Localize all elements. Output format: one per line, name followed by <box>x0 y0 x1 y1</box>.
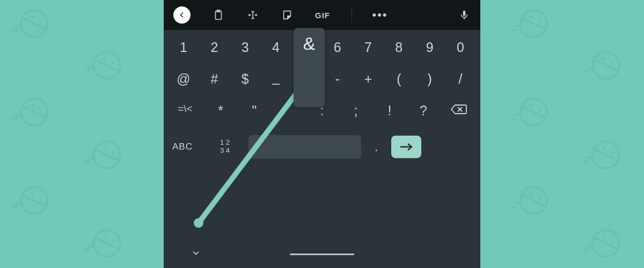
key-minus[interactable]: - <box>324 71 351 87</box>
svg-point-57 <box>610 151 614 155</box>
key-rparen[interactable]: ) <box>416 71 443 87</box>
key-popup: & <box>294 28 325 107</box>
svg-point-63 <box>538 196 542 200</box>
key-2[interactable]: 2 <box>201 40 228 55</box>
key-spacebar[interactable] <box>248 135 361 159</box>
sticker-icon <box>281 9 293 21</box>
key-enter[interactable] <box>391 136 421 158</box>
svg-point-39 <box>538 19 542 24</box>
svg-line-49 <box>521 106 545 117</box>
svg-line-67 <box>594 237 618 249</box>
svg-line-13 <box>22 106 46 117</box>
toolbar-divider <box>352 8 352 22</box>
svg-line-59 <box>583 159 588 163</box>
svg-point-9 <box>111 61 115 65</box>
svg-line-65 <box>510 205 516 209</box>
keyboard-keys: 1 2 3 4 5 6 7 8 9 0 @ # $ _ & - + ( ) / … <box>164 30 480 240</box>
svg-point-26 <box>30 192 34 196</box>
svg-point-78 <box>194 218 203 228</box>
svg-point-21 <box>111 151 115 155</box>
key-exclaim[interactable]: ! <box>376 103 403 119</box>
key-abc[interactable]: ABC <box>172 142 204 152</box>
svg-line-19 <box>94 149 119 160</box>
svg-rect-75 <box>463 11 466 16</box>
key-3[interactable]: 3 <box>232 40 259 55</box>
chevron-left-icon <box>178 11 186 19</box>
svg-line-43 <box>594 59 618 71</box>
svg-point-51 <box>538 108 542 112</box>
key-asterisk[interactable]: * <box>207 103 234 119</box>
key-dquote[interactable]: " <box>241 103 268 119</box>
svg-line-61 <box>521 195 545 206</box>
key-period[interactable]: . <box>371 139 382 154</box>
key-row-4: ABC 1 2 3 4 . <box>166 135 478 159</box>
collapse-keyboard-button[interactable] <box>191 248 201 260</box>
svg-point-27 <box>39 196 43 200</box>
key-more-symbols[interactable]: =\< <box>170 103 200 119</box>
back-button[interactable] <box>173 6 191 24</box>
mic-icon <box>458 9 470 21</box>
chevron-down-icon <box>191 248 201 258</box>
svg-line-55 <box>594 149 618 160</box>
svg-point-68 <box>602 235 606 239</box>
backspace-icon <box>450 103 467 116</box>
svg-point-20 <box>103 146 107 151</box>
svg-line-53 <box>510 116 516 121</box>
key-semicolon[interactable]: ; <box>342 103 369 119</box>
sticker-button[interactable] <box>281 9 294 21</box>
key-lparen[interactable]: ( <box>385 71 412 87</box>
svg-point-15 <box>39 108 43 112</box>
svg-line-5 <box>11 28 17 32</box>
key-4[interactable]: 4 <box>262 40 289 55</box>
clipboard-button[interactable] <box>212 9 225 21</box>
key-slash[interactable]: / <box>447 71 474 87</box>
key-0[interactable]: 0 <box>447 40 474 55</box>
text-cursor-button[interactable] <box>246 9 259 21</box>
svg-point-32 <box>103 235 107 239</box>
svg-line-31 <box>94 237 119 249</box>
mic-button[interactable] <box>458 9 471 21</box>
key-plus[interactable]: + <box>355 71 382 87</box>
arrow-right-icon <box>399 142 414 152</box>
key-underscore[interactable]: _ <box>262 70 289 85</box>
more-button[interactable]: ••• <box>374 9 386 21</box>
svg-line-71 <box>583 248 588 252</box>
svg-line-35 <box>84 248 89 252</box>
key-dollar[interactable]: $ <box>232 71 259 87</box>
key-6[interactable]: 6 <box>324 40 351 55</box>
svg-point-38 <box>529 15 533 19</box>
key-at[interactable]: @ <box>170 71 197 87</box>
keyboard-panel: GIF ••• 1 2 3 4 5 6 7 8 9 0 @ # <box>164 0 480 268</box>
key-question[interactable]: ? <box>410 103 437 119</box>
key-8[interactable]: 8 <box>385 40 412 55</box>
key-hash[interactable]: # <box>201 71 228 87</box>
svg-line-47 <box>583 70 588 74</box>
key-backspace[interactable] <box>444 103 474 119</box>
svg-line-7 <box>94 59 119 71</box>
keyboard-toolbar: GIF ••• <box>164 0 480 30</box>
gif-button[interactable]: GIF <box>315 11 330 20</box>
key-1[interactable]: 1 <box>170 40 197 55</box>
svg-point-45 <box>610 61 614 65</box>
more-icon: ••• <box>372 9 387 21</box>
svg-point-56 <box>602 146 606 151</box>
svg-line-11 <box>84 70 89 74</box>
text-cursor-icon <box>247 9 259 21</box>
svg-point-44 <box>602 57 606 61</box>
svg-point-2 <box>30 15 34 19</box>
key-7[interactable]: 7 <box>355 40 382 55</box>
svg-line-17 <box>11 116 17 121</box>
key-9[interactable]: 9 <box>416 40 443 55</box>
svg-line-25 <box>22 195 46 206</box>
svg-point-69 <box>610 239 614 243</box>
svg-point-14 <box>30 103 34 108</box>
svg-line-37 <box>521 18 545 29</box>
svg-point-33 <box>111 239 115 243</box>
clipboard-icon <box>213 9 224 21</box>
key-numpad[interactable]: 1 2 3 4 <box>214 139 236 155</box>
svg-line-23 <box>84 159 89 163</box>
nav-home-handle[interactable] <box>290 254 354 255</box>
svg-line-29 <box>11 205 17 209</box>
svg-line-1 <box>22 18 46 29</box>
svg-point-3 <box>39 19 43 24</box>
